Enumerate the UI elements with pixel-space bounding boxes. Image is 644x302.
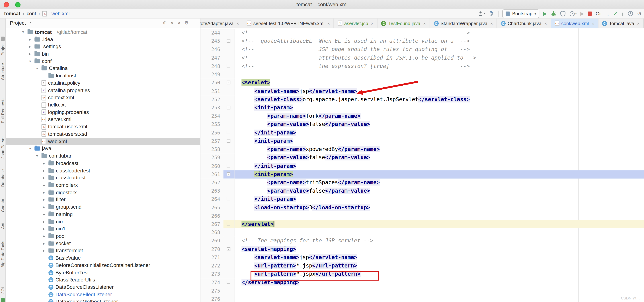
fold-end-icon[interactable] (227, 222, 230, 226)
tree-item-classloadtest[interactable]: ▸classloadtest (6, 174, 200, 182)
fold-end-icon[interactable] (227, 197, 230, 200)
tab-CharChunk.java[interactable]: CCharChunk.java× (497, 19, 551, 28)
expand-all-icon[interactable]: ∨ (170, 20, 174, 26)
line-number[interactable]: 265 (200, 204, 224, 212)
line-number[interactable]: 251 (200, 87, 224, 95)
git-commit-icon[interactable]: ✓ (613, 10, 618, 17)
fold-collapse-icon[interactable]: - (227, 172, 230, 176)
settings-gear-icon[interactable]: ⚙ (184, 20, 188, 26)
chevron-right-icon[interactable]: ▸ (43, 176, 48, 180)
tree-item-tomcat-users.xsd[interactable]: <>tomcat-users.xsd (6, 130, 200, 138)
undo-icon[interactable]: ↺ (637, 10, 642, 17)
tree-item-web.xml[interactable]: <>web.xml (6, 138, 200, 145)
line-number[interactable]: 253 (200, 104, 224, 112)
tree-item-pool[interactable]: ▸pool (6, 232, 200, 240)
fold-gutter[interactable] (224, 112, 235, 120)
line-number[interactable]: 269 (200, 237, 224, 245)
code-text[interactable]: </init-param> (235, 162, 644, 170)
coverage-shield-icon[interactable] (560, 10, 565, 17)
code-text[interactable]: <servlet-name>jsp</servlet-name> (235, 87, 644, 95)
tree-item-logging.properties[interactable]: #logging.properties (6, 108, 200, 116)
tree-item-classloadertest[interactable]: ▸classloadertest (6, 167, 200, 174)
breadcrumb-webxml[interactable]: web.xml (52, 11, 70, 17)
line-number[interactable]: 273 (200, 270, 224, 278)
line-number[interactable]: 260 (200, 162, 224, 170)
tree-item-.idea[interactable]: ▸.idea (6, 36, 200, 43)
line-number[interactable]: 262 (200, 179, 224, 187)
chevron-right-icon[interactable]: ▸ (43, 183, 48, 187)
line-number[interactable]: 270 (200, 245, 224, 253)
tab-close-icon[interactable]: × (423, 21, 426, 26)
line-number[interactable]: 249 (200, 70, 224, 79)
fold-gutter[interactable] (224, 212, 235, 220)
tree-item-BeforeContextInitializedContainerListener[interactable]: CBeforeContextInitializedContainerListen… (6, 262, 200, 269)
tab-conf/web.xml[interactable]: <>conf/web.xml× (551, 19, 598, 28)
code-text[interactable]: <init-param> (235, 137, 644, 145)
stripe-structure[interactable]: Structure (0, 63, 5, 80)
fold-end-icon[interactable] (227, 164, 230, 167)
stripe-big-data-tools[interactable]: Big Data Tools (0, 241, 5, 267)
code-text[interactable]: <url-pattern>*.jspx</url-pattern> (235, 270, 644, 278)
project-tool-icon[interactable] (1, 37, 5, 41)
code-text[interactable]: <param-value>false</param-value> (235, 154, 644, 162)
locate-file-icon[interactable]: ⊕ (163, 20, 167, 26)
fold-gutter[interactable] (224, 162, 235, 170)
code-text[interactable]: <servlet-class>org.apache.jasper.servlet… (235, 95, 644, 104)
project-panel-title[interactable]: Project (10, 20, 26, 26)
tree-item-com.luban[interactable]: ▾com.luban (6, 152, 200, 160)
line-number[interactable]: 267 (200, 220, 224, 228)
fold-gutter[interactable] (224, 62, 235, 71)
tree-item-group.send[interactable]: ▸group.send (6, 203, 200, 211)
chevron-down-icon[interactable]: ▾ (36, 154, 41, 158)
tree-item-compilerx[interactable]: ▸compilerx (6, 182, 200, 189)
tab-Tomcat.java[interactable]: CTomcat.java× (598, 19, 644, 28)
code-text[interactable]: <!-- quoteAttributeEL When EL is used in… (235, 37, 644, 45)
stripe-ant[interactable]: Ant (0, 223, 5, 229)
chevron-right-icon[interactable]: ▸ (43, 241, 48, 245)
fold-end-icon[interactable] (227, 131, 230, 134)
chevron-right-icon[interactable]: ▸ (29, 52, 34, 56)
code-text[interactable]: <!-- attributes described in JSP.1.6 be … (235, 54, 644, 62)
tree-item-socket[interactable]: ▸socket (6, 240, 200, 247)
line-number[interactable]: 275 (200, 287, 224, 295)
code-text[interactable]: <init-param> (235, 170, 644, 179)
collapse-all-icon[interactable]: ∧ (178, 20, 181, 26)
line-number[interactable]: 264 (200, 195, 224, 204)
tree-item-catalina.policy[interactable]: §catalina.policy (6, 79, 200, 87)
tree-item-BasicValue[interactable]: CBasicValue (6, 254, 200, 262)
chevron-right-icon[interactable]: ▸ (43, 198, 48, 202)
tree-item-bin[interactable]: ▸bin (6, 50, 200, 58)
fold-gutter[interactable] (224, 262, 235, 270)
code-text[interactable]: <!-- The mappings for the JSP servlet --… (235, 237, 644, 245)
fold-gutter[interactable] (224, 253, 235, 262)
line-number[interactable]: 272 (200, 262, 224, 270)
code-text[interactable]: <servlet> (235, 79, 644, 87)
stripe-project[interactable]: Project (0, 42, 5, 55)
fold-end-icon[interactable] (227, 280, 230, 284)
code-text[interactable]: <param-value>false</param-value> (235, 120, 644, 129)
chevron-right-icon[interactable]: ▸ (43, 220, 48, 224)
tab-close-icon[interactable]: × (327, 21, 330, 26)
line-number[interactable]: 266 (200, 212, 224, 220)
tab-StandardWrapper.java[interactable]: CStandardWrapper.java× (430, 19, 497, 28)
fold-gutter[interactable] (224, 95, 235, 104)
history-clock-icon[interactable] (628, 10, 634, 17)
chevron-right-icon[interactable]: ▸ (43, 161, 48, 165)
tab-TestFound.java[interactable]: CTestFound.java× (378, 19, 430, 28)
code-text[interactable] (235, 287, 644, 295)
line-number[interactable]: 257 (200, 137, 224, 145)
code-text[interactable]: <param-value>false</param-value> (235, 187, 644, 195)
chevron-right-icon[interactable]: ▸ (43, 227, 48, 231)
line-number[interactable]: 252 (200, 95, 224, 104)
fold-gutter[interactable] (224, 295, 235, 302)
line-number[interactable]: 271 (200, 253, 224, 262)
tree-item-localhost[interactable]: localhost (6, 72, 200, 79)
code-text[interactable]: <!-- JSP page should the rules for quoti… (235, 45, 644, 54)
tab-close-icon[interactable]: × (637, 21, 640, 26)
chevron-right-icon[interactable]: ▸ (43, 249, 48, 253)
line-number[interactable]: 276 (200, 295, 224, 302)
tree-item-DataSourceFiledListener[interactable]: CDataSourceFiledListener (6, 291, 200, 298)
code-text[interactable]: </init-param> (235, 195, 644, 204)
build-hammer-icon[interactable] (489, 10, 494, 17)
chevron-right-icon[interactable]: ▸ (43, 205, 48, 209)
